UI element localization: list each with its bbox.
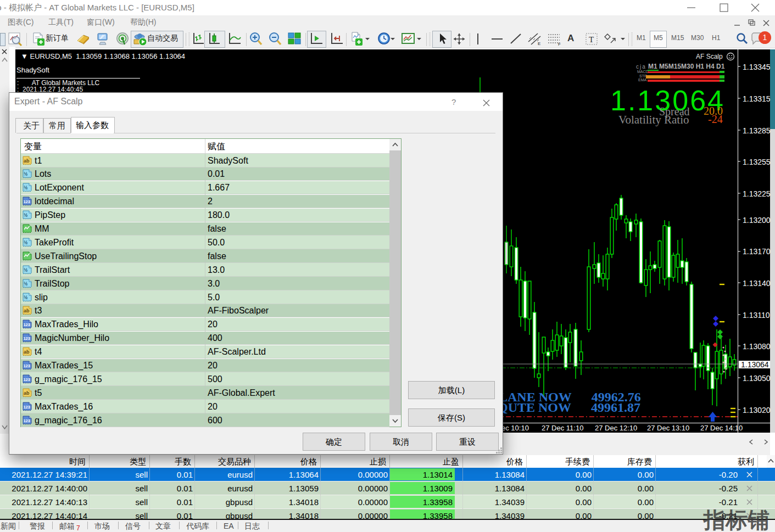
svg-text:½: ½ bbox=[24, 212, 27, 218]
svg-text:½: ½ bbox=[24, 171, 27, 177]
svg-text:ab: ab bbox=[24, 390, 30, 396]
svg-text:T: T bbox=[589, 35, 594, 44]
svg-text:½: ½ bbox=[24, 185, 27, 191]
svg-text:½: ½ bbox=[24, 294, 27, 300]
svg-text:123: 123 bbox=[23, 404, 30, 409]
svg-text:ab: ab bbox=[24, 308, 30, 313]
svg-text:E: E bbox=[538, 41, 540, 46]
svg-text:123: 123 bbox=[23, 322, 30, 327]
svg-text:ab: ab bbox=[24, 349, 30, 355]
svg-text:123: 123 bbox=[23, 199, 30, 204]
svg-text:123: 123 bbox=[23, 363, 30, 368]
svg-text:123: 123 bbox=[23, 336, 30, 341]
svg-text:½: ½ bbox=[24, 267, 27, 272]
svg-text:½: ½ bbox=[24, 239, 27, 245]
svg-text:123: 123 bbox=[23, 418, 30, 423]
svg-text:½: ½ bbox=[24, 281, 27, 286]
svg-text:ab: ab bbox=[24, 158, 30, 164]
svg-text:123: 123 bbox=[23, 377, 30, 382]
svg-text:F: F bbox=[558, 42, 561, 46]
